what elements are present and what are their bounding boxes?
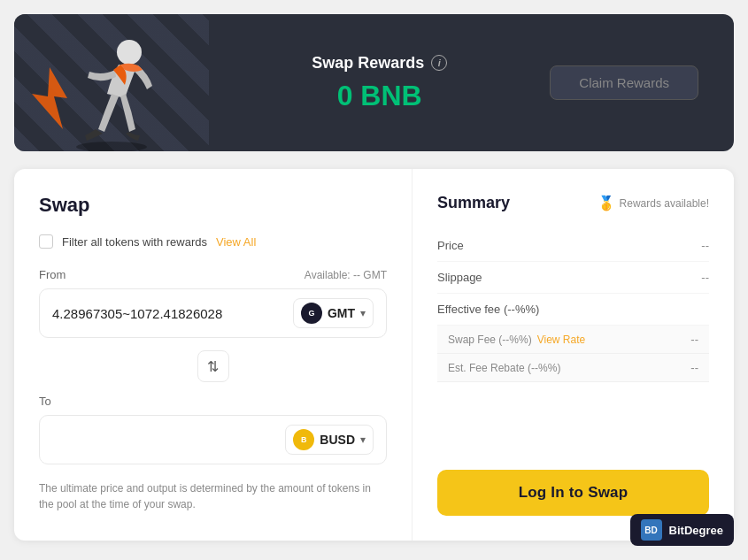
summary-title: Summary <box>437 194 510 212</box>
price-row: Price -- <box>437 230 709 262</box>
svg-point-1 <box>117 40 142 65</box>
login-to-swap-button[interactable]: Log In to Swap <box>437 470 709 516</box>
from-amount-input[interactable] <box>52 306 284 321</box>
filter-label: Filter all tokens with rewards <box>62 235 207 249</box>
view-all-link[interactable]: View All <box>216 235 256 249</box>
banner-art <box>14 14 209 151</box>
swap-direction-row: ⇅ <box>39 350 387 382</box>
rebate-label: Est. Fee Rebate (--%%) <box>448 362 560 374</box>
filter-row: Filter all tokens with rewards View All <box>39 234 387 249</box>
banner-amount: 0 BNB <box>337 80 422 112</box>
rewards-banner: Swap Rewards i 0 BNB Claim Rewards <box>14 14 734 151</box>
rewards-badge-label: Rewards available! <box>620 197 709 210</box>
to-label-row: To <box>39 395 387 408</box>
from-available: Available: -- GMT <box>305 269 387 281</box>
summary-rows: Price -- Slippage -- Effective fee (--%%… <box>437 230 709 382</box>
swap-fee-label: Swap Fee (--%%) View Rate <box>448 334 585 346</box>
banner-title: Swap Rewards i <box>312 54 447 73</box>
medal-icon: 🥇 <box>598 195 615 211</box>
bitdegree-logo: BD <box>641 519 662 541</box>
price-label: Price <box>437 239 464 252</box>
disclaimer-text: The ultimate price and output is determi… <box>39 480 387 512</box>
to-input-wrapper: B BUSD ▾ <box>39 415 387 464</box>
svg-point-0 <box>76 142 147 151</box>
to-token-selector[interactable]: B BUSD ▾ <box>285 425 374 455</box>
banner-center: Swap Rewards i 0 BNB <box>209 54 550 112</box>
price-value: -- <box>701 239 709 252</box>
claim-rewards-button[interactable]: Claim Rewards <box>550 65 698 100</box>
view-rate-link[interactable]: View Rate <box>537 334 585 346</box>
summary-panel: Summary 🥇 Rewards available! Price -- Sl… <box>413 169 734 541</box>
swap-fee-row: Swap Fee (--%%) View Rate -- <box>437 326 709 354</box>
summary-header: Summary 🥇 Rewards available! <box>437 194 709 212</box>
swap-fee-value: -- <box>690 333 698 346</box>
busd-icon: B <box>293 429 314 450</box>
swap-direction-button[interactable]: ⇅ <box>197 350 229 382</box>
from-input-wrapper: G GMT ▾ <box>39 288 387 338</box>
from-token-chevron: ▾ <box>360 307 366 319</box>
banner-decoration <box>23 63 76 134</box>
from-token-selector[interactable]: G GMT ▾ <box>293 298 374 328</box>
filter-checkbox[interactable] <box>39 234 53 249</box>
effective-fee-row: Effective fee (--%%) <box>437 294 709 326</box>
gmt-icon: G <box>301 303 322 324</box>
rewards-badge: 🥇 Rewards available! <box>598 195 709 211</box>
from-label: From <box>39 268 66 281</box>
rebate-row: Est. Fee Rebate (--%%) -- <box>437 354 709 382</box>
to-token-name: BUSD <box>320 433 355 447</box>
bitdegree-text: BitDegree <box>669 524 723 537</box>
main-content: Swap Filter all tokens with rewards View… <box>14 169 734 541</box>
to-label: To <box>39 395 51 408</box>
swap-panel: Swap Filter all tokens with rewards View… <box>14 169 413 541</box>
effective-fee-label: Effective fee (--%%) <box>437 303 539 316</box>
slippage-label: Slippage <box>437 271 482 284</box>
to-token-chevron: ▾ <box>360 433 366 446</box>
from-label-row: From Available: -- GMT <box>39 268 387 281</box>
to-amount-input[interactable] <box>52 433 276 448</box>
swap-title: Swap <box>39 194 387 217</box>
info-icon[interactable]: i <box>431 55 447 71</box>
rebate-value: -- <box>690 361 698 374</box>
bitdegree-badge: BD BitDegree <box>630 514 734 546</box>
from-token-name: GMT <box>328 306 355 320</box>
slippage-row: Slippage -- <box>437 262 709 294</box>
slippage-value: -- <box>701 271 709 284</box>
